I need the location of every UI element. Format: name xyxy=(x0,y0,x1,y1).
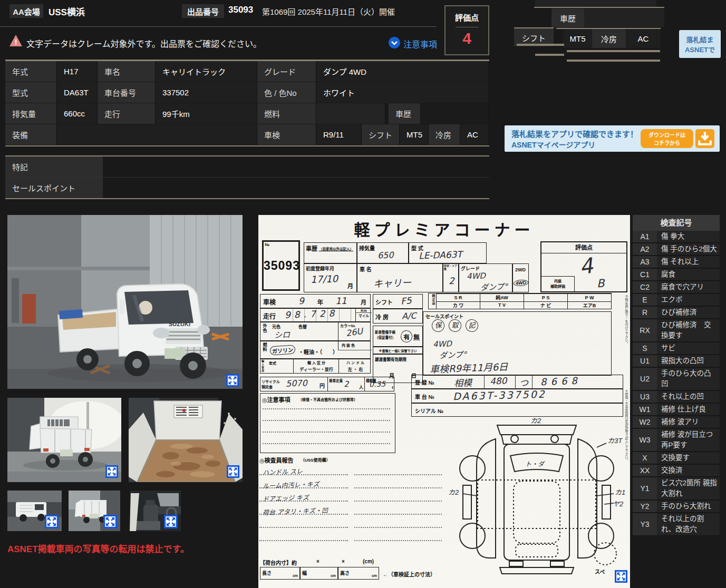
spec-label: 車名 xyxy=(98,61,156,82)
sheet-cell-grade: グレード 4WD ダンプ° xyxy=(459,263,512,292)
expand-icon[interactable] xyxy=(103,515,116,527)
notice-link[interactable]: 注意事項 xyxy=(403,37,437,50)
label: 評価点 xyxy=(541,242,626,253)
rear-view-photo[interactable] xyxy=(7,398,121,482)
hand-value: 2 xyxy=(449,276,455,286)
hand-value: 650 xyxy=(377,250,394,260)
expand-icon[interactable] xyxy=(105,465,118,478)
label: （保証書付） xyxy=(375,335,395,340)
spec-value: DA63T xyxy=(57,82,98,103)
label: 色替 xyxy=(298,324,307,329)
expand-icon[interactable] xyxy=(226,374,239,387)
legend-row: Sサビ xyxy=(633,342,720,355)
legend-code: U1 xyxy=(633,355,657,367)
fragment-mt5: MT5 xyxy=(563,29,592,48)
sheet-row-chassis: 車 台 № DA63T-337502 xyxy=(411,389,623,403)
expand-icon[interactable] xyxy=(164,515,177,527)
spec-label: 色 / 色No xyxy=(257,82,316,103)
legend-desc: 腐食で穴アリ xyxy=(657,281,720,293)
legend-code: U2 xyxy=(633,368,657,390)
junsei-grid-box: 純正品 S R純AWP SP Wカ ワT Vナ ビエアB xyxy=(428,293,612,309)
auction-sheet-image[interactable]: 軽プレミアコーナー № 35093 車歴 （自家用以外は記入） 排気量 650 … xyxy=(258,215,630,588)
sheet-score-box: 評価点 4 内装 補助評価 B xyxy=(540,241,627,292)
label: 高さ xyxy=(340,570,350,576)
banner-line2: ASNETマイページアプリ xyxy=(511,139,595,150)
legend-row: U3それ以上の凹 xyxy=(633,391,720,404)
score-box: 評価点 4 xyxy=(444,5,489,55)
spec-label: 車検 xyxy=(257,124,316,145)
spec-label: シフト xyxy=(362,124,400,145)
label: 車 台 № xyxy=(415,393,434,400)
hand-value: 26U xyxy=(345,326,363,338)
label: 外色 xyxy=(262,324,267,340)
hand-value: 8668 xyxy=(540,375,582,388)
dotted-line xyxy=(354,527,442,528)
download-button-line2: コチラから xyxy=(654,139,680,146)
legend-code: C1 xyxy=(633,269,657,280)
label: マイル xyxy=(356,313,372,318)
score-divider xyxy=(456,27,479,27)
spec-label: 走行 xyxy=(98,103,156,124)
spare-label: スペ xyxy=(595,569,605,575)
thumbnail-photo-interior[interactable] xyxy=(130,491,181,531)
dotted-line xyxy=(354,501,442,502)
spec-value: MT5 xyxy=(400,124,429,145)
salespoint-value xyxy=(103,178,489,198)
legend-code: RX xyxy=(633,319,657,341)
sheet-cell-hokan: ※書類と一緒に保管下さい xyxy=(373,347,423,354)
label: リサイクル xyxy=(262,379,280,384)
hand-value: 4WD xyxy=(433,339,452,349)
download-button[interactable]: ダウンロードは コチラから xyxy=(641,129,693,148)
spec-value: AC xyxy=(460,124,489,145)
legend-desc: 親指大の凸凹 xyxy=(657,355,720,367)
inspector-note-line: ハンドル スレ xyxy=(263,466,303,477)
session-info: 第1069回 2025年11月11日（火）開催 xyxy=(262,6,395,17)
thumbnail-photo-front[interactable] xyxy=(7,491,62,531)
label: 内 装 色 xyxy=(342,342,355,348)
warning-text: 文字データはクレーム対象外です。出品票をご確認ください。 xyxy=(26,37,262,50)
legend-row: U1親指大の凸凹 xyxy=(633,355,720,368)
sheet-row-recycle: リサイクル 預託金 5070 円 乗車定員 2 人 積載量 0.35 t xyxy=(260,377,394,391)
venue-name: USS横浜 xyxy=(49,5,85,18)
no-mark: № xyxy=(265,242,269,247)
thumbnail-photo-rear[interactable] xyxy=(69,491,120,531)
legend-row: Rひび補修済 xyxy=(633,307,720,319)
asnet-corner-box[interactable]: 落札結ま ASNETで xyxy=(679,30,721,58)
hand-interior: B xyxy=(597,277,605,290)
label: 純正品 xyxy=(429,294,436,309)
legend-title: 検査記号 xyxy=(633,215,720,231)
label: cm xyxy=(331,574,336,577)
label: 預託金 xyxy=(262,384,273,389)
sales-circle-mark: 取 xyxy=(448,319,462,332)
asnet-app-banner[interactable]: 落札結果をアプリで確認できます！ ASNETマイページアプリ ダウンロードは コ… xyxy=(505,125,720,152)
bed-interior-photo[interactable] xyxy=(129,398,243,482)
inspector-note-line: 荷台 アタリ・キズ・凹 xyxy=(263,505,328,516)
hand-score: 4 xyxy=(578,253,595,279)
damage-mark: カ3T xyxy=(607,437,623,445)
expand-icon[interactable] xyxy=(45,515,57,527)
legend-row: W2補修 波アリ xyxy=(633,416,720,429)
main-vehicle-photo[interactable]: SUZUKI xyxy=(7,215,243,389)
label: 乗車定員 xyxy=(329,378,343,383)
spec-label: グレード xyxy=(257,61,316,82)
sheet-cell-katashiki: 型 式 LE-DA63T xyxy=(409,242,487,263)
tokki-value xyxy=(103,156,489,177)
lot-number-badge: 出品番号 xyxy=(182,4,224,18)
spec-label: 排気量 xyxy=(5,103,57,124)
download-icon[interactable] xyxy=(695,129,714,148)
sheet-lot-number: 35093 xyxy=(264,259,298,273)
chevron-down-icon[interactable] xyxy=(388,36,401,49)
legend-desc: 補修 波アリ xyxy=(657,416,720,428)
legend-desc: ひび補修済 交換要す xyxy=(657,319,720,341)
label: 車歴 xyxy=(306,244,317,252)
sales-circle-mark: 記 xyxy=(465,319,479,332)
label-2wd: 2WD xyxy=(515,267,526,272)
label: 走行 xyxy=(263,311,276,320)
fragment-line xyxy=(567,50,660,52)
expand-icon[interactable] xyxy=(227,465,239,478)
expand-icon[interactable] xyxy=(615,570,627,583)
hand-value: DA63T-337502 xyxy=(453,388,546,403)
legend-row: X交換要す xyxy=(633,452,720,465)
junsei-grid-cell: ナ ビ xyxy=(524,301,567,309)
label: Km xyxy=(356,309,372,313)
